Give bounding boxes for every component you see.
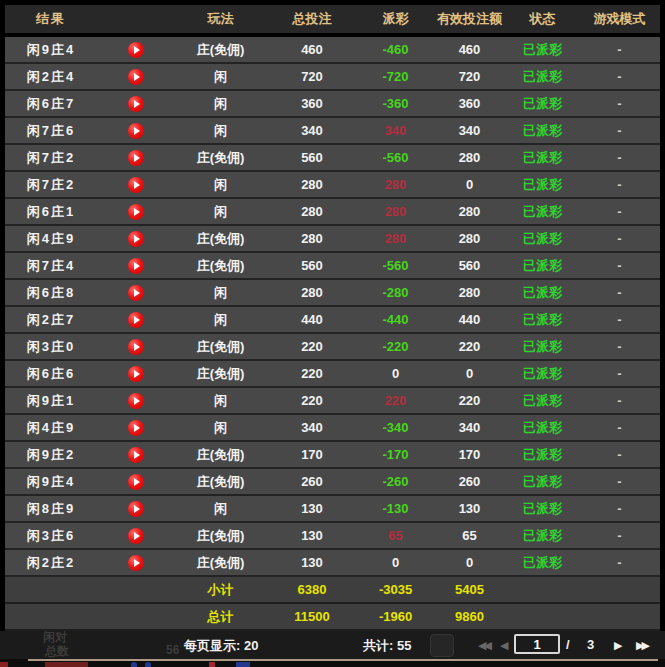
prev-page-icon[interactable]: ◀: [500, 637, 508, 653]
play-type-cell: 庄(免佣): [175, 365, 266, 383]
play-icon: [134, 73, 140, 81]
total-bet-cell: 720: [266, 69, 358, 84]
status-cell: 已派彩: [506, 554, 579, 572]
payout-cell: -560: [358, 258, 433, 273]
page-number-input[interactable]: [514, 634, 560, 654]
replay-button[interactable]: [128, 231, 144, 247]
game-mode-cell: -: [579, 285, 660, 300]
result-cell: 闲7庄6: [5, 122, 97, 140]
valid-bet-cell: 0: [433, 366, 506, 381]
table-body: 闲9庄4 庄(免佣) 460 -460 460 已派彩 - 闲2庄4 闲 720: [0, 37, 665, 577]
play-type-cell: 庄(免佣): [175, 554, 266, 572]
table-row: 闲9庄4 庄(免佣) 260 -260 260 已派彩 -: [5, 469, 660, 496]
per-page-label: 每页显示: 20: [184, 637, 258, 655]
status-cell: 已派彩: [506, 311, 579, 329]
payout-cell: -170: [358, 447, 433, 462]
payout-cell: 280: [358, 204, 433, 219]
play-type-cell: 闲: [175, 419, 266, 437]
first-page-icon[interactable]: ◀◀: [478, 637, 489, 653]
game-mode-cell: -: [579, 312, 660, 327]
column-header-play-type: 玩法: [175, 10, 266, 28]
replay-button[interactable]: [128, 69, 144, 85]
valid-bet-cell: 220: [433, 393, 506, 408]
total-bet-cell: 130: [266, 555, 358, 570]
table-row: 闲9庄2 庄(免佣) 170 -170 170 已派彩 -: [5, 442, 660, 469]
game-mode-cell: -: [579, 69, 660, 84]
replay-button[interactable]: [128, 501, 144, 517]
table-row: 闲6庄1 闲 280 280 280 已派彩 -: [5, 199, 660, 226]
game-mode-cell: -: [579, 555, 660, 570]
status-cell: 已派彩: [506, 392, 579, 410]
total-pages: 3: [587, 637, 594, 652]
replay-button[interactable]: [128, 285, 144, 301]
next-page-icon[interactable]: ▶: [614, 637, 622, 653]
replay-button[interactable]: [128, 366, 144, 382]
total-bet-cell: 440: [266, 312, 358, 327]
table-row: 闲7庄2 闲 280 280 0 已派彩 -: [5, 172, 660, 199]
replay-button[interactable]: [128, 528, 144, 544]
result-cell: 闲9庄4: [5, 41, 97, 59]
replay-button[interactable]: [128, 204, 144, 220]
game-mode-cell: -: [579, 474, 660, 489]
play-type-cell: 闲: [175, 392, 266, 410]
play-icon: [134, 478, 140, 486]
replay-button[interactable]: [128, 258, 144, 274]
column-header-game-mode: 游戏模式: [579, 10, 660, 28]
valid-bet-cell: 440: [433, 312, 506, 327]
replay-button[interactable]: [128, 393, 144, 409]
replay-button[interactable]: [128, 150, 144, 166]
status-cell: 已派彩: [506, 41, 579, 59]
payout-cell: -280: [358, 285, 433, 300]
pagination-bar: 闲对 总数 56 每页显示: 20 共计: 55 ◀◀ ◀ / 3 ▶ ▶▶: [0, 631, 665, 659]
background-page-sliver: [0, 659, 665, 667]
valid-bet-cell: 560: [433, 258, 506, 273]
result-cell: 闲2庄2: [5, 554, 97, 572]
table-row: 闲6庄7 闲 360 -360 360 已派彩 -: [5, 91, 660, 118]
play-type-cell: 庄(免佣): [175, 257, 266, 275]
total-label: 总计: [175, 608, 266, 626]
game-mode-cell: -: [579, 501, 660, 516]
total-count-label: 共计: 55: [363, 637, 411, 655]
replay-button[interactable]: [128, 177, 144, 193]
payout-cell: 0: [358, 366, 433, 381]
play-type-cell: 闲: [175, 500, 266, 518]
play-icon: [134, 451, 140, 459]
valid-bet-cell: 280: [433, 150, 506, 165]
game-mode-cell: -: [579, 393, 660, 408]
result-cell: 闲9庄1: [5, 392, 97, 410]
status-cell: 已派彩: [506, 122, 579, 140]
replay-button[interactable]: [128, 555, 144, 571]
play-icon: [134, 235, 140, 243]
replay-button[interactable]: [128, 42, 144, 58]
payout-cell: 280: [358, 177, 433, 192]
game-mode-cell: -: [579, 447, 660, 462]
page-separator: /: [566, 637, 570, 652]
table-row: 闲7庄4 庄(免佣) 560 -560 560 已派彩 -: [5, 253, 660, 280]
play-icon: [134, 100, 140, 108]
replay-button[interactable]: [128, 447, 144, 463]
total-bet-cell: 130: [266, 501, 358, 516]
play-type-cell: 庄(免佣): [175, 338, 266, 356]
play-icon: [134, 532, 140, 540]
total-bet-cell: 360: [266, 96, 358, 111]
replay-button[interactable]: [128, 420, 144, 436]
column-header-status: 状态: [506, 10, 579, 28]
result-cell: 闲7庄2: [5, 149, 97, 167]
status-cell: 已派彩: [506, 149, 579, 167]
game-mode-cell: -: [579, 528, 660, 543]
replay-button[interactable]: [128, 474, 144, 490]
play-icon: [134, 370, 140, 378]
column-header-valid-bet: 有效投注额: [433, 10, 506, 28]
game-mode-cell: -: [579, 150, 660, 165]
total-bet-cell: 340: [266, 123, 358, 138]
last-page-icon[interactable]: ▶▶: [636, 637, 647, 653]
ghost-background-icon: [430, 634, 454, 657]
replay-button[interactable]: [128, 123, 144, 139]
replay-button[interactable]: [128, 96, 144, 112]
replay-button[interactable]: [128, 312, 144, 328]
column-header-total-bet: 总投注: [266, 10, 358, 28]
total-bet-cell: 220: [266, 393, 358, 408]
game-mode-cell: -: [579, 123, 660, 138]
replay-button[interactable]: [128, 339, 144, 355]
total-bet-cell: 280: [266, 177, 358, 192]
